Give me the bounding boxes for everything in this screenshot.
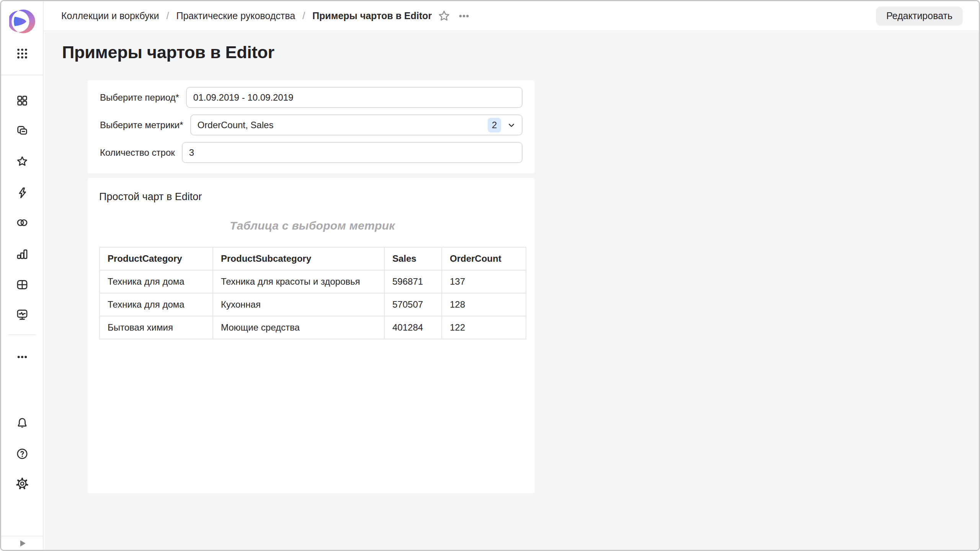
rows-count-input[interactable] [182,142,523,163]
column-header-product-subcategory: ProductSubcategory [213,247,384,270]
notifications-bell-icon[interactable] [13,414,31,432]
table-cell: 570507 [384,293,442,316]
table-cell: 122 [442,316,526,339]
page-title: Примеры чартов в Editor [62,41,274,64]
table-cell: Бытовая химия [100,316,213,339]
editor-monitor-icon[interactable] [13,306,31,323]
table-row: Техника для дома Кухонная 570507 128 [100,293,526,316]
edit-button[interactable]: Редактировать [876,7,963,26]
dashboards-icon[interactable] [13,276,31,293]
table-cell: Моющие средства [213,316,384,339]
top-header: Коллекции и воркбуки / Практические руко… [44,1,979,31]
rows-count-label: Количество строк [100,147,175,158]
table-row: Техника для дома Техника для красоты и з… [100,270,526,293]
breadcrumb-current-page: Примеры чартов в Editor [312,10,432,21]
breadcrumb: Коллекции и воркбуки / Практические руко… [61,10,432,21]
metrics-control-row: Выберите метрики* OrderCount, Sales 2 [100,114,523,135]
column-header-sales: Sales [384,247,442,270]
page-content: Примеры чартов в Editor Выберите период*… [44,32,979,550]
sidebar [1,1,44,550]
chart-title: Таблица с выбором метрик [99,218,526,233]
metrics-select[interactable]: OrderCount, Sales 2 [190,114,523,135]
table-cell: Кухонная [213,293,384,316]
settings-gear-icon[interactable] [13,475,31,492]
period-control-row: Выберите период* [100,87,523,108]
table-cell: Техника для дома [100,270,213,293]
connections-icon[interactable] [13,214,31,231]
collections-icon[interactable] [13,92,31,109]
selectors-card: Выберите период* Выберите метрики* Order… [88,80,535,173]
table-cell: 128 [442,293,526,316]
expand-sidebar-icon[interactable] [13,535,31,551]
table-cell: Техника для дома [100,293,213,316]
rows-count-control-row: Количество строк [100,142,523,163]
workbooks-icon[interactable] [13,122,31,140]
quick-actions-lightning-icon[interactable] [13,184,31,202]
datalens-logo-icon[interactable] [9,7,36,36]
metrics-count-badge: 2 [488,118,501,132]
column-header-product-category: ProductCategory [100,247,213,270]
breadcrumb-separator: / [302,10,305,21]
table-cell: Техника для красоты и здоровья [213,270,384,293]
table-header-row: ProductCategory ProductSubcategory Sales… [100,247,526,270]
charts-icon[interactable] [13,245,31,263]
breadcrumb-guides[interactable]: Практические руководства [176,10,295,21]
metrics-label: Выберите метрики* [100,120,183,130]
chart-card: Простой чарт в Editor Таблица с выбором … [88,178,535,493]
period-label: Выберите период* [100,92,179,103]
table-row: Бытовая химия Моющие средства 401284 122 [100,316,526,339]
breadcrumb-separator: / [167,10,169,21]
more-ellipsis-icon[interactable] [13,348,31,366]
chart-card-title: Простой чарт в Editor [99,190,523,203]
data-table: ProductCategory ProductSubcategory Sales… [99,247,526,339]
sidebar-divider [1,75,43,75]
table-cell: 596871 [384,270,442,293]
breadcrumb-collections[interactable]: Коллекции и воркбуки [61,10,159,21]
app-window: Коллекции и воркбуки / Практические руко… [0,0,980,551]
apps-grid-icon[interactable] [13,45,31,62]
sidebar-divider [8,334,36,335]
column-header-order-count: OrderCount [442,247,526,270]
help-question-icon[interactable] [13,445,31,463]
metrics-select-value: OrderCount, Sales [198,120,488,130]
more-actions-icon[interactable] [456,8,472,24]
favorites-star-icon[interactable] [13,153,31,170]
chevron-down-icon [506,120,517,130]
table-cell: 401284 [384,316,442,339]
table-cell: 137 [442,270,526,293]
favorite-star-icon[interactable] [436,8,452,24]
period-input[interactable] [186,87,523,108]
